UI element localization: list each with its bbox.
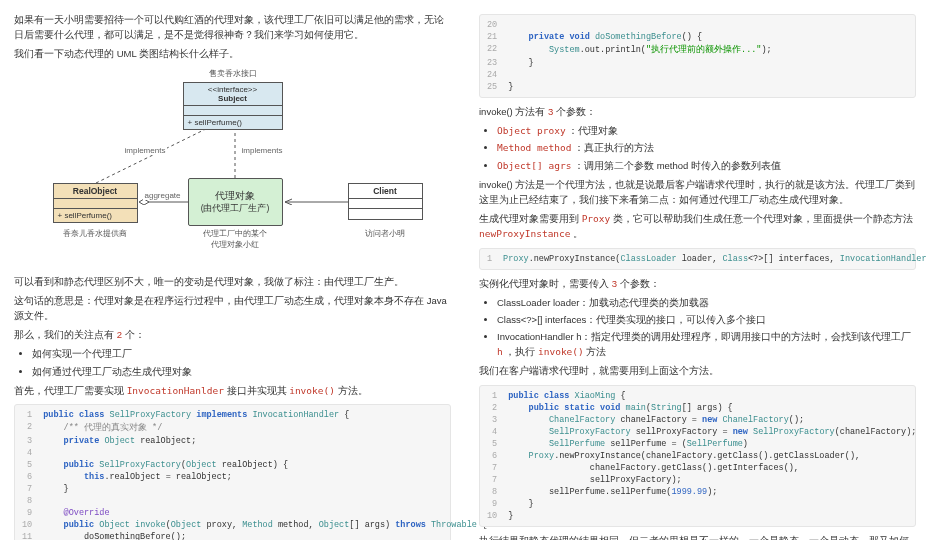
list-item: 如何实现一个代理工厂 (32, 346, 451, 361)
list-item: 如何通过代理工厂动态生成代理对象 (32, 364, 451, 379)
para-focus: 那么，我们的关注点有 2 个： (14, 327, 451, 342)
para-after-uml: 可以看到和静态代理区别不大，唯一的变动是代理对象，我做了标注：由代理工厂生产。 (14, 274, 451, 289)
intro-paragraph-1: 如果有一天小明需要招待一个可以代购红酒的代理对象，该代理工厂依旧可以满足他的需求… (14, 12, 451, 42)
client-box: Client (348, 183, 423, 220)
list-item: ClassLoader loader：加载动态代理类的类加载器 (497, 295, 916, 310)
realobject-box: RealObject + sellPerfume() (53, 183, 138, 223)
label-aggregate: aggregate (143, 191, 183, 200)
code-xiaoming-main: 1public class XiaoMing {2 public static … (479, 385, 916, 527)
proxy-line2: (由代理工厂生产) (189, 203, 282, 215)
client-caption: 访问者小明 (348, 228, 423, 239)
para-meaning: 这句话的意思是：代理对象是在程序运行过程中，由代理工厂动态生成，代理对象本身不存… (14, 293, 451, 323)
client-name: Client (349, 184, 422, 199)
instantiate-param-list: ClassLoader loader：加载动态代理类的类加载器 Class<?>… (497, 295, 916, 360)
code-dosomethingbefore: 2021 private void doSomethingBefore() {2… (479, 14, 916, 98)
realobject-method: + sellPerfume() (54, 209, 137, 222)
intro-paragraph-2: 我们看一下动态代理的 UML 类图结构长什么样子。 (14, 46, 451, 61)
proxy-line1: 代理对象 (189, 189, 282, 203)
list-item: Object[] agrs ：调用第二个参数 method 时传入的参数列表值 (497, 158, 916, 173)
para-client-call: 我们在客户端请求代理时，就需要用到上面这个方法。 (479, 363, 916, 378)
para-conclusion: 执行结果和静态代理的结果相同，但二者的思想是不一样的，一个是静态，一个是动态。那… (479, 533, 916, 540)
para-invoke-explain: invoke() 方法是一个代理方法，也就是说最后客户端请求代理时，执行的就是该… (479, 177, 916, 207)
proxy-box: 代理对象 (由代理工厂生产) (188, 178, 283, 226)
subject-title: 售卖香水接口 (183, 68, 283, 79)
list-item: InvocationHandler h：指定代理类的调用处理程序，即调用接口中的… (497, 329, 916, 359)
list-item: Object proxy ：代理对象 (497, 123, 916, 138)
list-item: Class<?>[] interfaces：代理类实现的接口，可以传入多个接口 (497, 312, 916, 327)
subject-name: Subject (188, 94, 278, 103)
invoke-param-list: Object proxy ：代理对象 Method method ：真正执行的方… (497, 123, 916, 173)
realobject-caption: 香奈儿香水提供商 (53, 228, 138, 239)
uml-diagram: 售卖香水接口 <<interface>> Subject + sellPerfu… (28, 68, 438, 268)
focus-list: 如何实现一个代理工厂 如何通过代理工厂动态生成代理对象 (32, 346, 451, 378)
proxy-caption1: 代理工厂中的某个 (188, 228, 283, 239)
proxy-caption2: 代理对象小红 (188, 239, 283, 250)
left-column: 如果有一天小明需要招待一个可以代购红酒的代理对象，该代理工厂依旧可以满足他的需求… (0, 0, 465, 540)
code-newproxyinstance: 1Proxy.newProxyInstance(ClassLoader load… (479, 248, 916, 270)
code-sellproxyfactory: 1public class SellProxyFactory implement… (14, 404, 451, 540)
page: 如果有一天小明需要招待一个可以代购红酒的代理对象，该代理工厂依旧可以满足他的需求… (0, 0, 930, 540)
subject-stereo: <<interface>> (188, 85, 278, 94)
subject-box: <<interface>> Subject + sellPerfume() (183, 82, 283, 130)
realobject-name: RealObject (54, 184, 137, 199)
para-instantiate: 实例化代理对象时，需要传入 3 个参数： (479, 276, 916, 291)
para-invocation: 首先，代理工厂需要实现 InvocationHanlder 接口并实现其 inv… (14, 383, 451, 398)
right-column: 2021 private void doSomethingBefore() {2… (465, 0, 930, 540)
para-proxy-class: 生成代理对象需要用到 Proxy 类，它可以帮助我们生成任意一个代理对象，里面提… (479, 211, 916, 241)
label-implements-right: implements (240, 146, 285, 155)
list-item: Method method ：真正执行的方法 (497, 140, 916, 155)
para-invoke-params: invoke() 方法有 3 个参数： (479, 104, 916, 119)
subject-method: + sellPerfume() (184, 116, 282, 129)
label-implements-left: implements (123, 146, 168, 155)
